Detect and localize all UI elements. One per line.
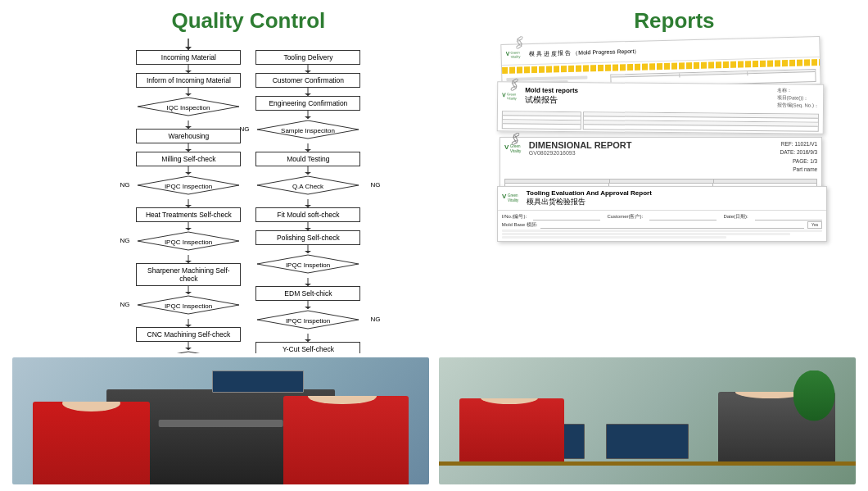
ng-label-2: NG [120, 237, 129, 244]
fc-box-cnc: CNC Machining Self-check [136, 327, 241, 342]
svg-text:IQC Inspection: IQC Inspection [167, 104, 210, 111]
fc-box-milling: Milling Self-check [136, 152, 241, 166]
svg-text:IPQC Inspection: IPQC Inspection [165, 183, 212, 190]
fc-box-engineering: Engineering Confirmation [255, 96, 360, 111]
reports-panel: Reports V Green Vitality 模 具 进 度 报 告 （Mo… [485, 8, 856, 349]
fc-box-sharpener: Sharpener Machining Self-check [136, 263, 241, 286]
flow-column-left: Incoming Material Inform of Incoming Mat… [136, 39, 241, 353]
svg-text:Vitality: Vitality [508, 198, 519, 202]
fc-box-mould: Mould Testing [255, 152, 360, 166]
fc-box-warehousing: Warehousing [136, 129, 241, 143]
quality-control-title: Quality Control [172, 8, 326, 34]
svg-text:Q.A Check: Q.A Check [292, 183, 324, 190]
quality-control-panel: Quality Control Incoming Material Inform… [12, 8, 485, 349]
svg-text:IPQC Inspetion: IPQC Inspetion [286, 317, 330, 325]
ng-label-3: NG [120, 301, 129, 308]
svg-text:Sample Inspeciton: Sample Inspeciton [281, 127, 335, 134]
svg-text:V: V [502, 193, 507, 200]
ng-label-1: NG [120, 181, 129, 189]
page-container: Quality Control Incoming Material Inform… [0, 0, 868, 491]
fc-box-polishing: Polishing Self-check [255, 230, 360, 245]
svg-text:V: V [502, 92, 506, 98]
report-cards-stack: V Green Vitality 模 具 进 度 报 告 （Mold Progr… [493, 40, 856, 229]
svg-text:V: V [505, 51, 509, 57]
fc-box-ycut: Y-Cut Self-check [255, 342, 360, 353]
fc-box-edm: EDM Selt-chick [255, 286, 360, 301]
svg-marker-1 [185, 47, 192, 50]
svg-text:Vitality: Vitality [510, 149, 522, 153]
svg-marker-32 [138, 352, 239, 353]
fc-box-heat: Heat Treatments Self-check [136, 207, 241, 222]
fc-box-inform: Inform of Incoming Material [136, 73, 241, 88]
fc-box-fitmould: Fit Mould soft-check [255, 207, 360, 222]
svg-text:IPQC Inspection: IPQC Inspection [165, 302, 212, 310]
fc-box-incoming: Incoming Material [136, 50, 241, 65]
flow-column-right: Tooling Delivery Customer Confirmation E… [255, 39, 360, 353]
photo-workstations [439, 357, 856, 484]
reports-title: Reports [634, 8, 714, 34]
top-section: Quality Control Incoming Material Inform… [0, 0, 868, 353]
svg-text:Vitality: Vitality [507, 96, 517, 100]
report-card-4: V Green Vitality Tooling Evaluation And … [497, 186, 827, 242]
ng-label-r2: NG [370, 181, 380, 189]
ng-label-r1: NG [239, 125, 249, 133]
fc-box-customer: Customer Confirmation [255, 73, 360, 88]
flowchart-wrapper: Incoming Material Inform of Incoming Mat… [12, 39, 485, 353]
ng-label-r3: NG [370, 316, 380, 323]
photo-cmm [12, 357, 429, 484]
svg-text:Vitality: Vitality [510, 54, 520, 58]
svg-text:IPQC Inspetion: IPQC Inspetion [286, 261, 330, 269]
report-card-2: V Green Vitality Mold test reports 试模报告 … [497, 81, 824, 134]
svg-text:V: V [504, 143, 509, 151]
bottom-photos-row [0, 353, 868, 491]
svg-text:Green: Green [508, 193, 518, 198]
fc-box-tooling: Tooling Delivery [255, 50, 360, 65]
svg-text:IPQC Inspection: IPQC Inspection [165, 239, 212, 246]
